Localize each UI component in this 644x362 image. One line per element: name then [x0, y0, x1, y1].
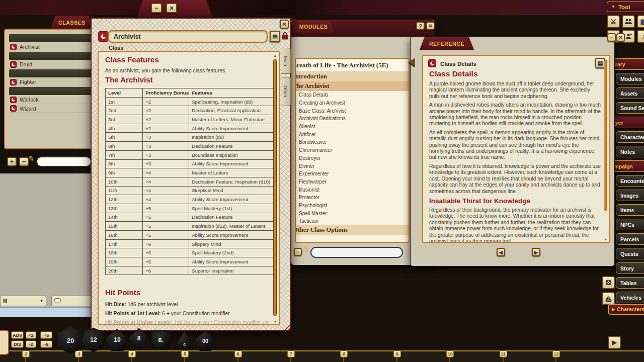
tab-other[interactable]: Other — [281, 77, 291, 106]
sidebar-item[interactable]: Parcels — [616, 233, 644, 245]
module-tree-item[interactable]: Chronomancer — [296, 146, 409, 154]
column-header: Features — [189, 88, 275, 98]
features-cell: Inspiration (d8) — [189, 133, 275, 142]
module-contents-list: Breath of Life - The Archivist (5E) Intr… — [295, 58, 410, 243]
lock-icon[interactable] — [282, 32, 288, 42]
sidebar-item[interactable]: Tables — [616, 277, 644, 289]
close-button[interactable]: ✕ — [280, 20, 289, 29]
sidebar-item[interactable]: Encounters — [616, 175, 644, 187]
tool-menu[interactable]: ▼ Tool — [607, 2, 644, 12]
plus-2-button[interactable]: +2 — [26, 331, 36, 339]
scroll-down-icon[interactable]: ▼ — [273, 320, 277, 323]
crossed-swords-icon[interactable]: ⚔ — [607, 15, 620, 28]
sidebar-item[interactable]: Notes — [616, 146, 644, 157]
calendar-icon[interactable]: ▦ — [637, 15, 644, 28]
help-button[interactable]: ? — [416, 22, 425, 30]
d12-die[interactable]: 12 — [82, 328, 106, 352]
dice-icon — [10, 105, 17, 112]
content-scrollbar[interactable]: ▲ ▼ — [273, 54, 277, 323]
table-row: 8th +3 Ability Score Improvement — [106, 159, 275, 168]
module-tree-item[interactable]: Creating an Archivist — [296, 99, 409, 107]
minimize-button[interactable]: − — [607, 33, 616, 42]
chat-mode-field[interactable] — [51, 296, 92, 306]
reference-scrollbar[interactable]: ▲ — [604, 58, 608, 241]
close-button[interactable]: ✕ — [616, 33, 625, 42]
class-name-field[interactable]: Archivist — [108, 30, 268, 43]
archivist-class-window: ✕ Archivist ▤ Class Class Features As an… — [91, 18, 291, 331]
plus-5-button[interactable]: +5 — [40, 331, 52, 339]
chat-identity-dropdown[interactable]: M ▼ — [0, 296, 46, 306]
module-search-input[interactable] — [310, 247, 403, 258]
sidebar-item[interactable]: Images — [616, 190, 644, 201]
sidebar-item[interactable]: NPCs — [616, 219, 644, 230]
tab-main[interactable]: Main — [281, 48, 291, 74]
module-tree-item[interactable]: Fleshwarper — [296, 178, 409, 186]
module-tree-item[interactable]: Diviner — [296, 162, 409, 170]
module-tree-item[interactable]: Spell Master — [296, 209, 409, 217]
sidebar-item[interactable]: Vehicles — [616, 292, 644, 303]
modifier-stack-box[interactable] — [0, 330, 9, 355]
module-tree-item[interactable]: Artificer — [296, 130, 409, 138]
proficiency-cell: +4 — [143, 177, 189, 186]
resize-handle[interactable] — [282, 322, 290, 330]
module-tree-item[interactable]: Illusionist — [296, 186, 409, 194]
text-view-button[interactable]: ▤ — [270, 31, 280, 42]
advantage-button[interactable]: ADV — [11, 331, 24, 339]
level-cell: 7th — [106, 150, 143, 159]
d10-die[interactable]: 10 — [106, 329, 129, 351]
d100-die[interactable]: 00 — [195, 331, 215, 351]
module-tree-item[interactable]: Class Details — [296, 91, 409, 99]
sidebar-item[interactable]: Characters — [616, 131, 644, 143]
music-note-icon[interactable]: ♪ — [637, 30, 644, 43]
module-tree-item[interactable]: Protector — [296, 194, 409, 202]
tab-modules[interactable]: Modules — [292, 20, 335, 33]
close-button[interactable]: ✕ — [426, 22, 435, 30]
module-tree-item[interactable]: Archivist Dedications — [296, 115, 409, 123]
filter-input[interactable] — [36, 156, 92, 167]
next-page-button[interactable]: ▶ — [532, 248, 540, 256]
minimize-icon[interactable]: − — [151, 3, 162, 13]
collapse-sidebar-icon[interactable] — [409, 58, 415, 67]
add-button[interactable]: + — [7, 157, 17, 166]
characters-button[interactable]: ▶ Characters — [608, 304, 644, 315]
disadvantage-button[interactable]: DIS — [11, 340, 24, 348]
scroll-up-icon[interactable]: ▲ — [273, 54, 277, 57]
module-tree-item[interactable]: Other Class Options — [295, 225, 409, 235]
tab-classes[interactable]: Classes — [50, 15, 94, 29]
sidebar-item[interactable]: Modules — [616, 73, 644, 84]
module-tree-item[interactable]: Destroyer — [296, 154, 409, 162]
table-row: 16th +5 Ability Score Improvement — [106, 231, 275, 240]
d6-die[interactable]: 6. — [151, 330, 171, 349]
module-title-row[interactable]: Breath of Life - The Archivist (5E) — [295, 59, 409, 72]
collapse-button[interactable]: − — [294, 248, 302, 256]
module-tree-item[interactable]: Bondweaver — [296, 138, 409, 146]
minus-2-button[interactable]: -2 — [26, 340, 36, 348]
sidebar-item[interactable]: Items — [616, 204, 644, 216]
scroll-down-icon[interactable]: ▲ — [604, 237, 608, 241]
sidebar-item[interactable]: Assets — [616, 87, 644, 99]
module-tree-item[interactable]: Base Class: Archivist — [296, 107, 409, 115]
tab-reference[interactable]: Reference — [420, 37, 474, 50]
subsection-heading: Insatiable Thirst for Knowledge — [429, 197, 601, 205]
play-button[interactable]: ▶ — [608, 336, 621, 349]
previous-page-button[interactable]: ◀ — [497, 248, 505, 256]
close-icon[interactable]: ✕ — [166, 3, 177, 13]
minus-5-button[interactable]: -5 — [40, 340, 52, 348]
features-cell: Dedication, Practical Application — [189, 106, 275, 115]
module-tree-item[interactable]: Introduction — [295, 72, 409, 81]
module-tree-item[interactable]: The Archivist — [295, 81, 409, 91]
sidebar-item[interactable]: Story — [616, 262, 644, 274]
sidebar-item[interactable]: Sound Sets — [616, 102, 644, 114]
dice-pair-icon[interactable]: ⚄ — [602, 276, 615, 289]
paragraph: Regardless of their background, the prim… — [429, 207, 601, 243]
module-tree-item[interactable]: Psychologist — [296, 202, 409, 210]
module-tree-item[interactable]: Tactician — [296, 217, 409, 225]
d8-die[interactable]: 8 — [128, 328, 149, 349]
module-tree-item[interactable]: Alienist — [296, 123, 409, 131]
d4-die[interactable]: 4 — [174, 330, 195, 350]
slot-number-badge: 5 — [181, 350, 189, 357]
chat-entry-bar[interactable] — [0, 307, 92, 317]
group-icon[interactable] — [622, 15, 635, 28]
sidebar-item[interactable]: Quests — [616, 248, 644, 259]
module-tree-item[interactable]: Experimenter — [296, 170, 409, 178]
